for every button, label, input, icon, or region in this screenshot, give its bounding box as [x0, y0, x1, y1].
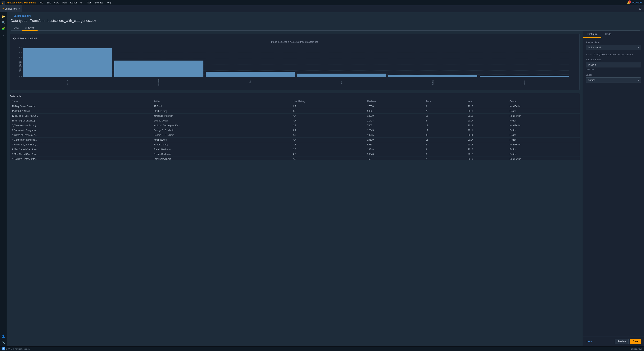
cell-4-3: 7665	[365, 123, 424, 128]
sidebar-search-icon[interactable]: 🔍	[1, 20, 6, 25]
content-tabs: Data Analysis	[11, 25, 640, 31]
chart-title: Quick Model: Untitled	[13, 37, 576, 40]
cell-5-0: A Dance with Dragons (...	[10, 128, 152, 133]
cell-4-2: 4.8	[291, 123, 365, 128]
menu-help[interactable]: Help	[105, 1, 113, 4]
settings-gear-icon[interactable]: ⚙	[639, 7, 642, 11]
file-tab[interactable]: ◆ untitled.flow ×	[0, 5, 22, 12]
label-group: Label Author Name User Rating Reviews Pr…	[586, 74, 641, 83]
table-header: Name Author User Rating Reviews Price Ye…	[10, 99, 580, 104]
app-title: Amazon SageMaker Studio	[6, 1, 36, 4]
menu-file[interactable]: File	[38, 1, 45, 4]
chart-subtitle: Model achieved a 4.05e+03 mse on a test …	[13, 40, 576, 43]
cell-10-2: 4.6	[291, 152, 365, 157]
right-panel-tabs: Configure Code	[583, 31, 644, 38]
menu-git[interactable]: Git	[79, 1, 85, 4]
bar-price-fill	[206, 72, 295, 77]
chart-section: Quick Model: Untitled Model achieved a 4…	[10, 34, 580, 90]
cell-6-2: 4.7	[291, 133, 365, 138]
cell-8-5: 2018	[466, 142, 508, 147]
analysis-name-label: Analysis name	[586, 58, 641, 61]
cell-10-4: 8	[424, 152, 466, 157]
cell-9-6: Fiction	[508, 147, 580, 152]
cell-11-0: A Patriot's History of th...	[10, 157, 152, 160]
right-panel: Configure Code Analysis type Quick Model…	[583, 31, 644, 346]
analysis-name-hint: Optional	[586, 68, 641, 70]
menu-view[interactable]: View	[52, 1, 60, 4]
menu-kernel[interactable]: Kernel	[68, 1, 78, 4]
cell-11-6: Non Fiction	[508, 157, 580, 160]
x-label-genre: Genre	[480, 78, 569, 86]
tab-analysis[interactable]: Analysis	[22, 25, 37, 31]
save-button[interactable]: Save	[630, 339, 641, 344]
cell-2-1: Jordan B. Peterson	[152, 114, 291, 118]
sidebar-folder-icon[interactable]: 📂	[1, 14, 6, 19]
chart-bars-area	[23, 47, 569, 78]
chart-x-labels: Name Reviews Price Year Rating Genre	[23, 78, 569, 87]
tab-label: untitled.flow	[5, 8, 17, 10]
notification-badge: 4	[628, 0, 631, 3]
sidebar-user-icon[interactable]: 👤	[1, 333, 6, 339]
status-2: 1	[10, 348, 12, 350]
cell-8-6: Non Fiction	[508, 142, 580, 147]
sidebar-tools-icon[interactable]: 🔧	[1, 340, 6, 345]
right-tab-configure[interactable]: Configure	[583, 31, 601, 38]
preview-button[interactable]: Preview	[615, 339, 629, 344]
table-row: 12 Rules for Life: An An...Jordan B. Pet…	[10, 114, 580, 118]
cell-11-1: Larry Schweikart	[152, 157, 291, 160]
analysis-type-select[interactable]: Quick Model Quick Model - XGBoost Histog…	[586, 45, 641, 50]
bar-reviews-fill	[114, 60, 204, 77]
cell-6-6: Fiction	[508, 133, 580, 138]
cell-2-6: Non Fiction	[508, 114, 580, 118]
cell-9-1: Fredrik Backman	[152, 147, 291, 152]
menu-bar: S Amazon SageMaker Studio File Edit View…	[0, 0, 644, 5]
col-genre: Genre	[508, 99, 580, 104]
label-select[interactable]: Author Name User Rating Reviews Price Ye…	[586, 78, 641, 83]
right-tab-code[interactable]: Code	[601, 31, 615, 38]
cell-0-4: 8	[424, 104, 466, 109]
tab-data[interactable]: Data	[11, 25, 22, 31]
cell-2-2: 4.7	[291, 114, 365, 118]
cell-5-4: 11	[424, 128, 466, 133]
status-1: 3	[6, 348, 7, 350]
sidebar-extension-icon[interactable]: 🧩	[1, 26, 6, 32]
tab-close-button[interactable]: ×	[18, 8, 20, 10]
button-group: Preview Save	[615, 339, 641, 344]
cell-10-0: A Man Called Ove: A No...	[10, 152, 152, 157]
menu-run[interactable]: Run	[61, 1, 68, 4]
cell-8-3: 5983	[365, 142, 424, 147]
menu-settings[interactable]: Settings	[93, 1, 104, 4]
sidebar-git-icon[interactable]: ⑂	[1, 32, 6, 38]
menu-edit[interactable]: Edit	[45, 1, 52, 4]
cell-1-5: 2011	[466, 109, 508, 114]
bar-year	[297, 47, 386, 77]
table-wrapper[interactable]: Name Author User Rating Reviews Price Ye…	[10, 99, 580, 160]
notification-bell[interactable]: 🔔 4	[627, 1, 630, 4]
analysis-type-select-wrapper: Quick Model Quick Model - XGBoost Histog…	[586, 45, 641, 50]
cell-5-5: 2011	[466, 128, 508, 133]
y-label-1: 0.5	[19, 52, 22, 54]
cell-0-5: 2016	[466, 104, 508, 109]
bar-year-fill	[297, 74, 386, 77]
right-panel-body: Analysis type Quick Model Quick Model - …	[583, 38, 644, 336]
analysis-type-label: Analysis type	[586, 41, 641, 44]
menu-tabs[interactable]: Tabs	[85, 1, 93, 4]
main-split: Quick Model: Untitled Model achieved a 4…	[7, 31, 644, 346]
cell-7-0: A Gentleman in Mosco...	[10, 138, 152, 142]
cell-9-2: 4.6	[291, 147, 365, 152]
cell-3-3: 21424	[365, 118, 424, 123]
svg-text:S: S	[2, 2, 3, 4]
feedback-button[interactable]: Feedback	[632, 1, 642, 4]
cell-2-5: 2018	[466, 114, 508, 118]
x-label-name: Name	[23, 78, 112, 86]
clear-button[interactable]: Clear	[586, 340, 592, 343]
back-link[interactable]: ← Back to data flow	[11, 14, 640, 17]
cell-10-3: 23848	[365, 152, 424, 157]
bar-genre-fill	[480, 76, 569, 77]
table-row: 10-Day Green Smoothi...JJ Smith4.7173508…	[10, 104, 580, 109]
cell-5-6: Fiction	[508, 128, 580, 133]
cell-1-4: 22	[424, 109, 466, 114]
bar-rating-fill	[388, 75, 477, 77]
analysis-name-input[interactable]	[586, 62, 641, 68]
cell-9-4: 8	[424, 147, 466, 152]
